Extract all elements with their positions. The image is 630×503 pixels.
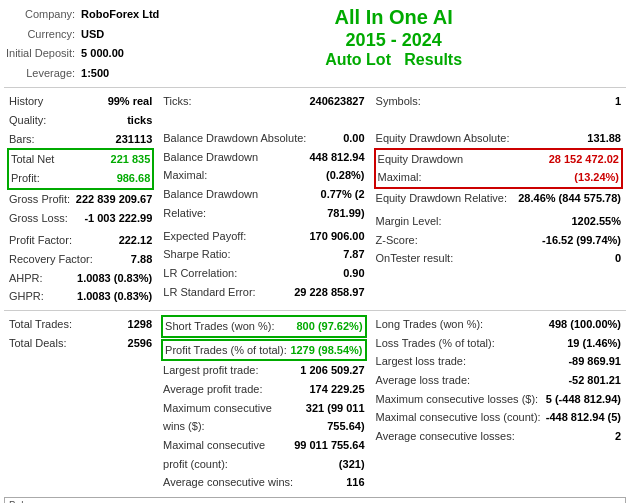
header-divider [4,87,626,88]
currency-label: Currency: [6,26,79,44]
main-container: Company: RoboForex Ltd Currency: USD Ini… [0,0,630,503]
avg-loss-row: Average loss trade: -52 801.21 [374,371,623,390]
margin-row: Margin Level: 1202.55% [374,212,623,231]
bd-max-row: Balance Drawdown Maximal: 448 812.94 (0.… [161,148,366,185]
acw-value: 116 [346,473,364,492]
ontester-row: OnTester result: 0 [374,249,623,268]
mcw-label: Maximum consecutive wins ($): [163,399,285,436]
ahpr-value: 1.0083 (0.83%) [77,269,152,288]
ap-value: 174 229.25 [309,380,364,399]
mid-col: Ticks: 240623827 Balance Drawdown Absolu… [157,91,369,307]
ed-abs-value: 131.88 [587,129,621,148]
ghpr-value: 1.0083 (0.83%) [77,287,152,306]
gp-value: 222 839 209.67 [76,190,152,209]
gross-loss-row: Gross Loss: -1 003 222.99 [7,209,154,228]
trades-mid: Short Trades (won %): 800 (97.62%) Profi… [157,314,369,493]
history-quality-row: History Quality: 99% real ticks [7,92,154,129]
bd-abs-row: Balance Drawdown Absolute: 0.00 [161,129,366,148]
pf-label: Profit Factor: [9,231,72,250]
mclo-label: Maximal consecutive loss (count): [376,408,541,427]
symbols-value: 1 [615,92,621,111]
rf-row: Recovery Factor: 7.88 [7,250,154,269]
ep-value: 170 906.00 [309,227,364,246]
symbols-row: Symbols: 1 [374,92,623,111]
trades-left: Total Trades: 1298 Total Deals: 2596 [4,314,157,493]
td-label: Total Deals: [9,334,66,353]
ed-max-row: Equity Drawdown Maximal: 28 152 472.02 (… [374,148,623,189]
profit-trades-row: Profit Trades (% of total): 1279 (98.54%… [161,339,366,362]
total-deals-row: Total Deals: 2596 [7,334,154,353]
margin-label: Margin Level: [376,212,442,231]
ahpr-row: AHPR: 1.0083 (0.83%) [7,269,154,288]
lt-label: Loss Trades (% of total): [376,334,495,353]
bd-max-value: 448 812.94 (0.28%) [283,148,365,185]
mcp-label: Maximal consecutive profit (count): [163,436,290,473]
sw-label: Short Trades (won %): [165,317,274,336]
avg-profit-row: Average profit trade: 174 229.25 [161,380,366,399]
title-autolot: Auto Lot Results [161,51,626,69]
ontester-value: 0 [615,249,621,268]
title-years: 2015 - 2024 [161,30,626,51]
ontester-label: OnTester result: [376,249,454,268]
zscore-value: -16.52 (99.74%) [542,231,621,250]
margin-value: 1202.55% [571,212,621,231]
ed-max-value: 28 152 472.02 (13.24%) [505,150,619,187]
company-label: Company: [6,6,79,24]
zscore-label: Z-Score: [376,231,418,250]
bars-value: 231113 [116,130,153,149]
lr-error-row: LR Standard Error: 29 228 858.97 [161,283,366,302]
al-value: -52 801.21 [568,371,621,390]
leverage-value: 1:500 [81,65,159,83]
lp-value: 1 206 509.27 [300,361,364,380]
lr-corr-label: LR Correlation: [163,264,237,283]
pt-label: Profit Trades (% of total): [165,341,287,360]
lw-label: Long Trades (won %): [376,315,484,334]
lp-label: Largest profit trade: [163,361,258,380]
ghpr-row: GHPR: 1.0083 (0.83%) [7,287,154,306]
bd-abs-label: Balance Drawdown Absolute: [163,129,306,148]
mcl-label: Maximum consecutive losses ($): [376,390,539,409]
bd-rel-row: Balance Drawdown Relative: 0.77% (2 781.… [161,185,366,222]
ed-rel-row: Equity Drawdown Relative: 28.46% (844 57… [374,189,623,208]
np-label: Total Net Profit: [11,150,80,187]
avg-consec-losses-row: Average consecutive losses: 2 [374,427,623,446]
ed-rel-value: 28.46% (844 575.78) [518,189,621,208]
rf-value: 7.88 [131,250,152,269]
autolot-prefix: Auto Lot [325,51,391,68]
acl-label: Average consecutive losses: [376,427,515,446]
left-col: History Quality: 99% real ticks Bars: 23… [4,91,157,307]
max-consec-wins-row: Maximum consecutive wins ($): 321 (99 01… [161,399,366,436]
ed-abs-label: Equity Drawdown Absolute: [376,129,510,148]
gl-value: -1 003 222.99 [84,209,152,228]
long-won-row: Long Trades (won %): 498 (100.00%) [374,315,623,334]
lr-error-label: LR Standard Error: [163,283,255,302]
ghpr-label: GHPR: [9,287,44,306]
exp-payoff-row: Expected Payoff: 170 906.00 [161,227,366,246]
right-spacer [374,111,623,129]
sharpe-row: Sharpe Ratio: 7.87 [161,245,366,264]
tt-value: 1298 [128,315,152,334]
net-profit-row: Total Net Profit: 221 835 986.68 [7,148,154,189]
acw-label: Average consecutive wins: [163,473,293,492]
gross-profit-row: Gross Profit: 222 839 209.67 [7,190,154,209]
total-trades-row: Total Trades: 1298 [7,315,154,334]
loss-trades-row: Loss Trades (% of total): 19 (1.46%) [374,334,623,353]
mcw-value: 321 (99 011 755.64) [285,399,364,436]
deposit-label: Initial Deposit: [6,45,79,63]
hq-value: 99% real ticks [82,92,153,129]
mclo-value: -448 812.94 (5) [546,408,621,427]
title-main: All In One AI [161,4,626,30]
pf-value: 222.12 [119,231,153,250]
sw-value: 800 (97.62%) [297,317,363,336]
company-value: RoboForex Ltd [81,6,159,24]
ticks-row: Ticks: 240623827 [161,92,366,111]
lr-error-value: 29 228 858.97 [294,283,364,302]
hq-label: History Quality: [9,92,82,129]
al-label: Average loss trade: [376,371,471,390]
sharpe-label: Sharpe Ratio: [163,245,230,264]
lw-value: 498 (100.00%) [549,315,621,334]
ll-value: -89 869.91 [568,352,621,371]
mcl-value: 5 (-448 812.94) [546,390,621,409]
maximal-consec-loss-row: Maximal consecutive loss (count): -448 8… [374,408,623,427]
leverage-label: Leverage: [6,65,79,83]
